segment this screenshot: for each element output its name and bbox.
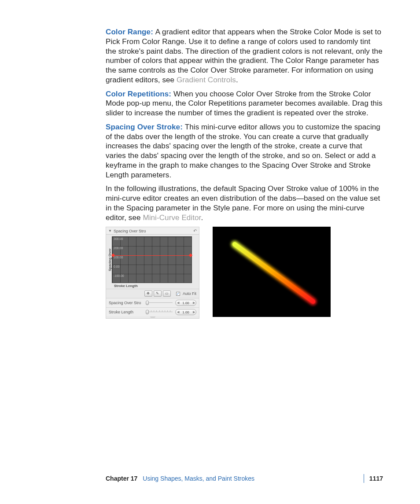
mini-curve-editor-panel: ▼ Spacing Over Stro ↶ Spacing Over 300.0… — [106, 227, 199, 319]
reset-icon[interactable]: ↶ — [193, 228, 197, 233]
para-color-range: Color Range: A gradient editor that appe… — [106, 27, 383, 85]
link-mini-curve-editor[interactable]: Mini-Curve Editor — [143, 213, 201, 222]
stroke-preview — [213, 227, 331, 317]
parameter-rows: Spacing Over Stro ◀ 1.00 ▶ Stroke Length — [106, 298, 199, 316]
x-axis-label: Stroke Length — [108, 283, 196, 288]
chevron-right-icon[interactable]: ▶ — [192, 310, 196, 314]
y-axis-label: Spacing Over — [108, 236, 112, 283]
param-label: Spacing Over Stro — [109, 301, 143, 305]
page: Color Range: A gradient editor that appe… — [0, 0, 420, 504]
ytick: 200.00 — [114, 246, 123, 250]
tool-pointer-icon[interactable]: ✥ — [144, 291, 152, 297]
curve-line — [112, 255, 192, 256]
chapter-title: Using Shapes, Masks, and Paint Strokes — [143, 475, 254, 482]
curve-plot[interactable]: 300.00 200.00 100.00 0.00 -100.00 — [112, 236, 192, 283]
param-value: 1.00 — [180, 301, 192, 305]
page-number: 1117 — [369, 475, 383, 482]
figure-row: ▼ Spacing Over Stro ↶ Spacing Over 300.0… — [106, 227, 383, 319]
ytick: -100.00 — [114, 274, 124, 277]
text: A gradient editor that appears when the … — [106, 28, 383, 84]
param-value: 1.00 — [180, 310, 192, 314]
link-gradient-controls[interactable]: Gradient Controls — [177, 76, 236, 84]
para-color-repetitions: Color Repetitions: When you choose Color… — [106, 89, 383, 118]
param-label: Stroke Length — [109, 310, 143, 314]
body-column: Color Range: A gradient editor that appe… — [106, 27, 383, 319]
plot-toolbar: ✥ ✎ ▭ ✓ Auto Fit — [106, 289, 199, 298]
plot-area: Spacing Over 300.00 200.00 100.00 0.00 -… — [106, 235, 199, 289]
chevron-left-icon[interactable]: ◀ — [176, 301, 180, 305]
chevron-left-icon[interactable]: ◀ — [176, 310, 180, 314]
text: . — [201, 213, 203, 222]
autofit-checkbox[interactable]: ✓ — [176, 292, 180, 296]
stroke-graphic — [213, 227, 331, 317]
resize-nub-icon[interactable] — [106, 316, 199, 318]
para-illustrations: In the following illustrations, the defa… — [106, 184, 383, 222]
ytick: 0.00 — [114, 265, 120, 268]
keyframe-end[interactable] — [189, 254, 192, 257]
tool-fit-icon[interactable]: ▭ — [163, 291, 171, 297]
svg-line-1 — [235, 244, 313, 302]
param-row-spacing: Spacing Over Stro ◀ 1.00 ▶ — [106, 298, 199, 307]
chapter-label: Chapter 17 — [106, 475, 137, 482]
param-stepper[interactable]: ◀ 1.00 ▶ — [175, 300, 196, 306]
page-footer: Chapter 17 Using Shapes, Masks, and Pain… — [106, 474, 383, 483]
ytick: 100.00 — [114, 256, 123, 259]
panel-title: Spacing Over Stro — [114, 229, 146, 233]
term-spacing-over-stroke: Spacing Over Stroke: — [106, 123, 185, 131]
param-slider[interactable] — [146, 310, 173, 314]
chevron-right-icon[interactable]: ▶ — [192, 301, 196, 305]
term-color-range: Color Range: — [106, 28, 155, 36]
autofit-label: Auto Fit — [183, 291, 196, 296]
term-color-repetitions: Color Repetitions: — [106, 90, 173, 98]
footer-divider — [364, 474, 364, 483]
param-slider[interactable] — [146, 301, 173, 305]
ytick: 300.00 — [114, 237, 123, 240]
tool-pen-icon[interactable]: ✎ — [154, 291, 162, 297]
para-spacing-over-stroke: Spacing Over Stroke: This mini-curve edi… — [106, 122, 383, 180]
param-row-stroke-length: Stroke Length ◀ 1.00 ▶ — [106, 307, 199, 316]
param-stepper[interactable]: ◀ 1.00 ▶ — [175, 309, 196, 315]
disclosure-triangle-icon[interactable]: ▼ — [108, 229, 112, 233]
panel-header: ▼ Spacing Over Stro ↶ — [106, 227, 199, 235]
text: . — [236, 76, 238, 84]
